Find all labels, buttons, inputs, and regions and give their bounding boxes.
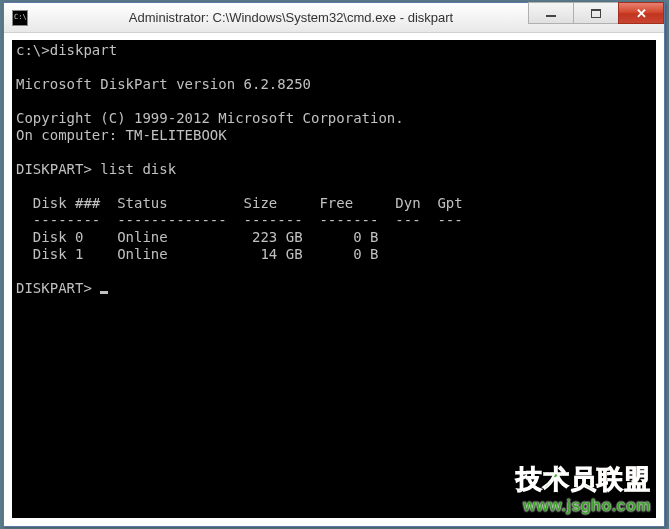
- table-row: Disk 1 Online 14 GB 0 B: [16, 246, 378, 262]
- maximize-icon: [591, 9, 601, 18]
- close-button[interactable]: ✕: [618, 2, 664, 24]
- table-header: Disk ### Status Size Free Dyn Gpt: [16, 195, 463, 211]
- version-line: Microsoft DiskPart version 6.2.8250: [16, 76, 311, 92]
- maximize-button[interactable]: [573, 2, 619, 24]
- minimize-button[interactable]: [528, 2, 574, 24]
- cursor: [100, 291, 108, 294]
- diskpart-prompt: DISKPART>: [16, 161, 100, 177]
- command-text: list disk: [100, 161, 176, 177]
- copyright-line: Copyright (C) 1999-2012 Microsoft Corpor…: [16, 110, 404, 126]
- titlebar[interactable]: Administrator: C:\Windows\System32\cmd.e…: [4, 3, 664, 33]
- console-output[interactable]: c:\>diskpart Microsoft DiskPart version …: [12, 40, 656, 518]
- table-divider: -------- ------------- ------- ------- -…: [16, 212, 463, 228]
- computer-line: On computer: TM-ELITEBOOK: [16, 127, 227, 143]
- prompt: c:\>: [16, 42, 50, 58]
- app-icon: [12, 10, 28, 26]
- cmd-window: Administrator: C:\Windows\System32\cmd.e…: [3, 2, 665, 527]
- minimize-icon: [546, 15, 556, 17]
- table-row: Disk 0 Online 223 GB 0 B: [16, 229, 378, 245]
- close-icon: ✕: [636, 6, 647, 21]
- command-text: diskpart: [50, 42, 117, 58]
- window-controls: ✕: [529, 2, 664, 24]
- diskpart-prompt: DISKPART>: [16, 280, 100, 296]
